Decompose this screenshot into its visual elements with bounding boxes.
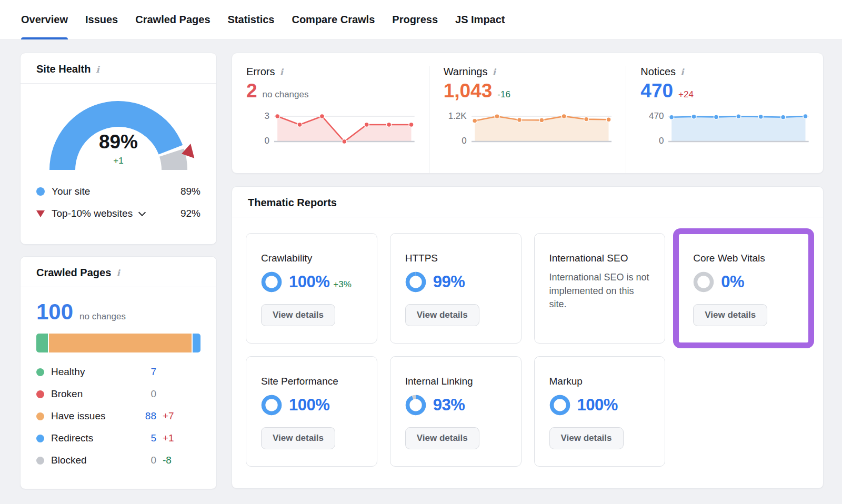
info-icon[interactable]: i (492, 67, 495, 77)
thematic-card-title: HTTPS (405, 253, 506, 264)
legend-label: Broken (51, 388, 131, 400)
thematic-card-https: HTTPS99%View details (390, 233, 522, 344)
view-details-button[interactable]: View details (549, 427, 624, 449)
section-change-note: +24 (678, 89, 694, 100)
progress-ring-icon (549, 395, 570, 416)
thematic-card-score-row: 0% (693, 271, 794, 293)
progress-ring-icon (261, 271, 282, 293)
crawled-pages-legend-row-blocked: Blocked0-8 (36, 449, 201, 471)
legend-dot-icon (36, 390, 44, 398)
section-value-row: 470+24 (640, 80, 809, 102)
legend-value: 89% (181, 186, 201, 197)
y-axis-min-label: 0 (659, 136, 664, 146)
section-chart: 30 (246, 112, 415, 146)
legend-label: Have issues (51, 410, 131, 422)
site-health-card: Site Health i 89% +1 Your site89%Top-10%… (20, 53, 217, 245)
legend-label: Top-10% websites (52, 208, 133, 219)
tab-js-impact[interactable]: JS Impact (455, 0, 505, 39)
info-icon[interactable]: i (680, 67, 684, 77)
thematic-card-percent: 93% (433, 396, 465, 415)
bar-segment-have-issues (49, 334, 192, 352)
thematic-card-score-row: 100% (549, 395, 650, 416)
view-details-button[interactable]: View details (261, 304, 335, 326)
y-axis-min-label: 0 (265, 136, 269, 146)
tab-issues[interactable]: Issues (85, 0, 118, 39)
info-icon[interactable]: i (279, 67, 283, 77)
section-chart: 1.2K0 (444, 112, 612, 146)
section-value: 2 (246, 80, 257, 102)
legend-label: Blocked (51, 455, 131, 466)
section-change-note: -16 (497, 89, 510, 100)
section-value-row: 1,043-16 (444, 80, 612, 102)
tab-crawled-pages[interactable]: Crawled Pages (135, 0, 210, 39)
legend-value: 0 (131, 388, 156, 400)
tab-overview[interactable]: Overview (21, 0, 68, 39)
section-title: Notices (640, 66, 676, 78)
crawled-pages-total-row: 100 no changes (21, 287, 216, 323)
view-details-button[interactable]: View details (405, 304, 479, 326)
chart-y-axis: 1.2K0 (444, 112, 467, 146)
legend-value: 7 (131, 366, 156, 378)
sparkline-chart (668, 112, 809, 146)
legend-dot-icon (36, 412, 44, 420)
thematic-card-score-row: 93% (405, 395, 506, 416)
crawled-pages-legend-row-broken: Broken0 (36, 383, 201, 405)
crawled-pages-card: Crawled Pages i 100 no changes Healthy7B… (20, 256, 217, 489)
tab-progress[interactable]: Progress (392, 0, 438, 39)
thematic-card-international-seo: International SEOInternational SEO is no… (534, 233, 666, 344)
thematic-card-delta: +3% (333, 279, 352, 290)
thematic-reports-title: Thematic Reports (248, 197, 337, 209)
y-axis-max-label: 470 (649, 111, 664, 122)
thematic-card-title: Internal Linking (405, 376, 506, 387)
site-health-score: 89% (39, 131, 197, 153)
thematic-card-core-web-vitals: Core Web Vitals0%View details (678, 233, 809, 344)
tab-compare-crawls[interactable]: Compare Crawls (292, 0, 375, 39)
right-column: Errorsi2no changes30Warningsi1,043-161.2… (232, 53, 824, 489)
progress-ring-icon (405, 271, 426, 293)
thematic-card-title: Markup (549, 376, 650, 387)
thematic-card-score-row: 99% (405, 271, 506, 293)
thematic-card-percent: 100% (577, 396, 618, 415)
bar-segment-healthy (36, 334, 48, 352)
tab-statistics[interactable]: Statistics (228, 0, 275, 39)
section-title-row: Errorsi (246, 66, 415, 78)
thematic-reports-header: Thematic Reports (232, 187, 823, 217)
thematic-card-markup: Markup100%View details (534, 356, 666, 467)
thematic-card-title: Site Performance (261, 376, 362, 387)
thematic-card-score-row: 100%+3% (261, 271, 362, 293)
site-health-legend-row-top-10-websites: Top-10% websites92% (36, 203, 201, 225)
thematic-card-internal-linking: Internal Linking93%View details (390, 356, 522, 467)
page-body: Site Health i 89% +1 Your site89%Top-10%… (0, 40, 842, 489)
thematic-card-description: International SEO is not implemented on … (549, 271, 650, 311)
thematic-card-title: International SEO (549, 253, 650, 264)
issues-summary-card: Errorsi2no changes30Warningsi1,043-161.2… (232, 53, 824, 174)
progress-ring-icon (261, 395, 282, 416)
thematic-card-title: Core Web Vitals (693, 253, 794, 264)
view-details-button[interactable]: View details (693, 304, 767, 326)
summary-section-notices: Noticesi470+244700 (626, 66, 823, 173)
thematic-card-site-performance: Site Performance100%View details (246, 356, 377, 467)
legend-dot-icon (36, 435, 44, 442)
report-tabs: OverviewIssuesCrawled PagesStatisticsCom… (0, 0, 842, 40)
site-health-legend: Your site89%Top-10% websites92% (21, 176, 216, 225)
site-health-score-delta: +1 (39, 156, 197, 166)
legend-dot-icon (36, 457, 44, 465)
chevron-down-icon[interactable] (138, 208, 146, 216)
thematic-card-percent: 100% (289, 273, 329, 291)
section-value: 1,043 (444, 80, 493, 102)
view-details-button[interactable]: View details (405, 427, 479, 449)
legend-delta: +1 (163, 432, 174, 444)
section-value-row: 2no changes (246, 80, 415, 102)
thematic-card-title: Crawlability (261, 253, 362, 264)
legend-delta: +7 (163, 410, 174, 422)
progress-ring-icon (693, 271, 714, 293)
info-icon[interactable]: i (116, 268, 119, 278)
crawled-pages-legend-row-redirects: Redirects5+1 (36, 427, 201, 449)
info-icon[interactable]: i (96, 64, 99, 74)
thematic-card-percent: 100% (289, 396, 329, 415)
crawled-pages-stacked-bar (36, 334, 201, 352)
legend-value: 5 (131, 432, 156, 444)
view-details-button[interactable]: View details (261, 427, 335, 449)
left-column: Site Health i 89% +1 Your site89%Top-10%… (20, 53, 217, 489)
thematic-reports-grid: Crawlability100%+3%View detailsHTTPS99%V… (232, 217, 823, 467)
